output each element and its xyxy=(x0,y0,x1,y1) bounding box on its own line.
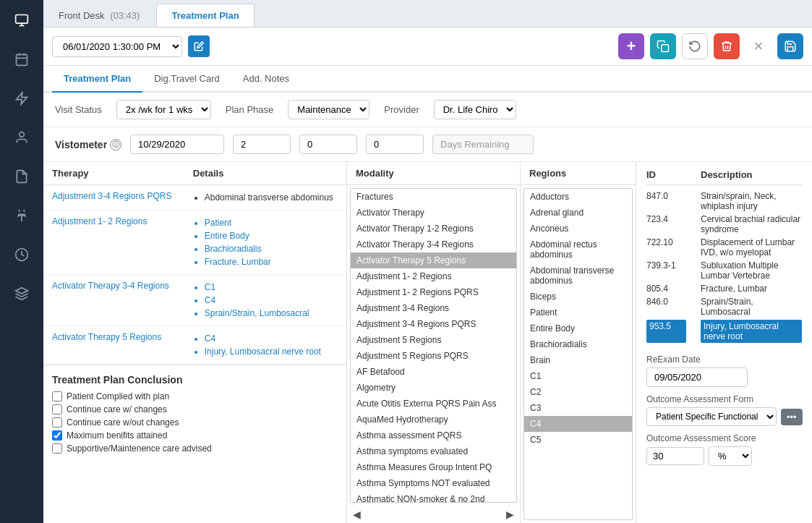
tab-dig-travel-card[interactable]: Dig.Travel Card xyxy=(142,66,231,93)
reexam-date-input[interactable] xyxy=(646,367,748,387)
svg-rect-3 xyxy=(17,54,27,65)
region-item-selected[interactable]: C4 xyxy=(524,416,632,432)
detail-item: C4 xyxy=(205,332,338,345)
list-item[interactable]: Asthma symptoms evaluated xyxy=(351,443,516,459)
region-item[interactable]: Adductors xyxy=(524,189,632,205)
sidebar-item-user[interactable] xyxy=(9,124,35,150)
diagnosis-desc: Cervical brachial radicular syndrome xyxy=(701,214,802,234)
vistometer-info-icon[interactable]: ⓘ xyxy=(110,139,121,150)
score-row: % xyxy=(646,446,802,466)
region-item[interactable]: Abdominal transverse abdominus xyxy=(524,263,632,289)
list-item[interactable]: Adjustment 1- 2 Regions xyxy=(351,268,516,284)
close-button[interactable]: × xyxy=(745,33,772,59)
conclusion-checkbox-3[interactable] xyxy=(52,417,62,428)
list-item[interactable]: Activator Therapy xyxy=(351,205,516,221)
tab-treatment-plan-content[interactable]: Treatment Plan xyxy=(52,66,142,93)
region-item[interactable]: C1 xyxy=(524,368,632,384)
tab-treatment-plan[interactable]: Treatment Plan xyxy=(156,4,254,27)
reexam-value xyxy=(646,367,802,387)
list-item[interactable]: Activator Therapy 3-4 Regions xyxy=(351,237,516,252)
edit-button[interactable] xyxy=(188,35,210,57)
modality-scroll-left[interactable]: ◀ xyxy=(353,509,361,520)
list-item[interactable]: Activator Therapy 1-2 Regions xyxy=(351,221,516,237)
vistometer-num1-input[interactable] xyxy=(233,135,291,154)
datetime-select[interactable]: 06/01/2020 1:30:00 PM xyxy=(52,36,182,57)
delete-button[interactable] xyxy=(714,33,740,59)
score-unit-select[interactable]: % xyxy=(709,446,752,466)
right-panel: ID Description 847.0 Strain/sprain, Neck… xyxy=(636,162,812,523)
sidebar-item-layers[interactable] xyxy=(9,281,35,307)
score-input[interactable] xyxy=(646,447,704,465)
sidebar-item-file[interactable] xyxy=(9,163,35,190)
detail-item: Sprain/Strain, Lumbosacral xyxy=(205,307,338,320)
save-button[interactable] xyxy=(777,33,803,59)
content-area: Therapy Details Adjustment 3-4 Regions P… xyxy=(43,162,812,523)
region-item[interactable]: Patient xyxy=(524,305,632,320)
plan-phase-label: Plan Phase xyxy=(226,104,274,115)
list-item[interactable]: Asthmatic NON-smoker & no 2nd xyxy=(351,491,516,503)
undo-button[interactable] xyxy=(682,33,708,59)
list-item[interactable]: AF Betafood xyxy=(351,364,516,380)
add-button[interactable]: + xyxy=(618,33,644,59)
plan-phase-select[interactable]: Maintenance xyxy=(288,100,369,119)
list-item[interactable]: Adjustment 3-4 Regions PQRS xyxy=(351,316,516,332)
list-item[interactable]: Adjustment 1- 2 Regions PQRS xyxy=(351,284,516,300)
outcome-assessment-select[interactable]: Patient Specific Functional xyxy=(646,407,777,426)
region-item[interactable]: C3 xyxy=(524,400,632,416)
visit-status-select[interactable]: 2x /wk for 1 wks xyxy=(116,100,211,119)
conclusion-checkbox-1[interactable] xyxy=(52,391,62,401)
region-item[interactable]: Anconeus xyxy=(524,221,632,237)
list-item[interactable]: Asthma Measures Group Intent PQ xyxy=(351,459,516,475)
diagnosis-row: 723.4 Cervical brachial radicular syndro… xyxy=(646,214,802,234)
list-item[interactable]: Adjustment 3-4 Regions xyxy=(351,300,516,316)
sidebar-item-lightning[interactable] xyxy=(9,85,35,111)
conclusion-checkbox-2[interactable] xyxy=(52,404,62,414)
vistometer-num2-input[interactable] xyxy=(299,135,357,154)
detail-item: Fracture, Lumbar xyxy=(205,255,338,268)
modality-scroll-right[interactable]: ▶ xyxy=(506,509,514,520)
sidebar-item-plug[interactable] xyxy=(9,203,35,229)
sidebar-item-calendar[interactable] xyxy=(9,46,35,72)
sidebar-item-history[interactable] xyxy=(9,242,35,268)
list-item[interactable]: Acute Otitis Externa PQRS Pain Ass xyxy=(351,396,516,412)
outcome-dots-button[interactable]: ••• xyxy=(781,409,803,425)
conclusion-checkbox-4[interactable] xyxy=(52,430,62,441)
region-item[interactable]: Brain xyxy=(524,352,632,368)
region-item[interactable]: Adrenal gland xyxy=(524,205,632,221)
conclusion-checkbox-5[interactable] xyxy=(52,443,62,454)
region-item[interactable]: C2 xyxy=(524,384,632,400)
list-item[interactable]: Asthma assessment PQRS xyxy=(351,428,516,443)
list-item-selected[interactable]: Activator Therapy 5 Regions xyxy=(351,252,516,268)
provider-select[interactable]: Dr. Life Chiro xyxy=(434,100,516,119)
region-item[interactable]: C5 xyxy=(524,432,632,448)
region-item[interactable]: Brachioradialis xyxy=(524,336,632,352)
list-item[interactable]: Algometry xyxy=(351,380,516,396)
vistometer-label: Vistometer ⓘ xyxy=(55,139,121,150)
regions-panel: Regions Adductors Adrenal gland Anconeus… xyxy=(521,162,636,523)
svg-marker-10 xyxy=(16,288,28,294)
modality-list[interactable]: Fractures Activator Therapy Activator Th… xyxy=(350,188,517,503)
vistometer-days-remaining[interactable] xyxy=(432,135,534,154)
outcome-row: Patient Specific Functional ••• xyxy=(646,407,802,426)
tab-front-desk[interactable]: Front Desk (03:43) xyxy=(43,4,155,27)
table-row: Activator Therapy 3-4 Regions C1 C4 Spra… xyxy=(43,275,346,326)
main-content: Front Desk (03:43) Treatment Plan 06/01/… xyxy=(43,0,812,523)
list-item[interactable]: Adjustment 5 Regions PQRS xyxy=(351,348,516,364)
diagnosis-id: 846.0 xyxy=(646,297,686,317)
svg-rect-11 xyxy=(662,45,669,52)
region-item[interactable]: Abdominal rectus abdominus xyxy=(524,237,632,263)
detail-item: C4 xyxy=(205,294,338,307)
copy-button[interactable] xyxy=(650,33,676,59)
sidebar-item-monitor[interactable] xyxy=(9,7,35,33)
vistometer-date-input[interactable] xyxy=(130,135,224,154)
list-item[interactable]: Adjustment 5 Regions xyxy=(351,332,516,348)
regions-list[interactable]: Adductors Adrenal gland Anconeus Abdomin… xyxy=(523,188,633,520)
list-item[interactable]: Fractures xyxy=(351,189,516,205)
modality-panel: Modality Fractures Activator Therapy Act… xyxy=(347,162,521,523)
region-item[interactable]: Biceps xyxy=(524,289,632,305)
vistometer-num3-input[interactable] xyxy=(366,135,424,154)
tab-add-notes[interactable]: Add. Notes xyxy=(231,66,301,93)
list-item[interactable]: AquaMed Hydrotherapy xyxy=(351,412,516,428)
region-item[interactable]: Entire Body xyxy=(524,320,632,336)
list-item[interactable]: Asthma Symptoms NOT evaluated xyxy=(351,475,516,491)
